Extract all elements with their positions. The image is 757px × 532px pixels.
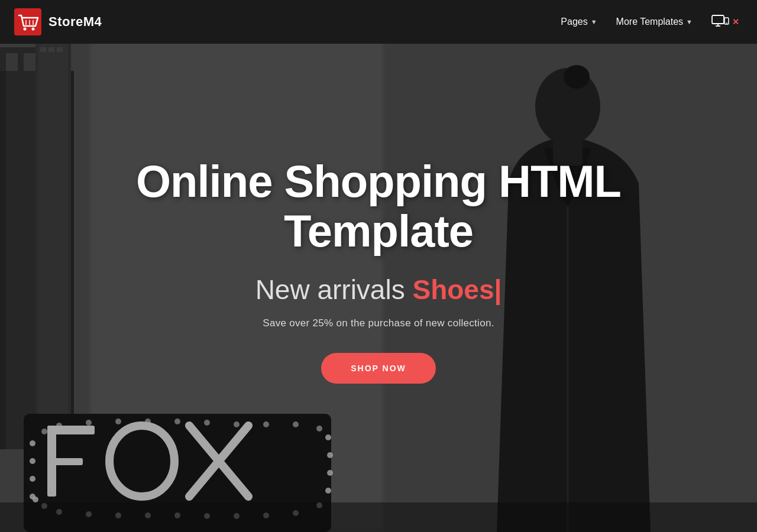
more-templates-nav-link[interactable]: More Templates ▼ [613, 12, 696, 32]
pages-chevron-icon: ▼ [591, 18, 597, 25]
svg-point-82 [24, 28, 27, 31]
hero-section: StoreM4 Pages ▼ More Templates ▼ [0, 0, 757, 532]
brand-name: StoreM4 [48, 14, 102, 30]
svg-rect-87 [712, 15, 724, 24]
shopping-cart-icon [14, 8, 41, 35]
hero-subtitle-highlight: Shoes| [412, 274, 502, 305]
hero-content: Online Shopping HTML Template New arriva… [0, 26, 757, 514]
close-x-icon: ✕ [732, 17, 739, 27]
hero-description: Save over 25% on the purchase of new col… [263, 317, 494, 329]
more-templates-chevron-icon: ▼ [686, 18, 693, 25]
pages-nav-link[interactable]: Pages ▼ [557, 12, 600, 32]
navbar: StoreM4 Pages ▼ More Templates ▼ [0, 0, 757, 44]
hero-subtitle: New arrivals Shoes| [255, 274, 502, 306]
device-preview-button[interactable]: ✕ [708, 9, 743, 34]
pages-label: Pages [561, 17, 587, 27]
navbar-right: Pages ▼ More Templates ▼ ✕ [557, 9, 743, 34]
device-icon [711, 13, 729, 31]
svg-point-83 [32, 28, 35, 31]
hero-title: Online Shopping HTML Template [112, 157, 645, 255]
more-templates-label: More Templates [616, 17, 684, 27]
shop-now-button[interactable]: SHOP NOW [321, 353, 436, 384]
hero-subtitle-prefix: New arrivals [255, 274, 413, 305]
brand-logo-link[interactable]: StoreM4 [14, 8, 102, 35]
